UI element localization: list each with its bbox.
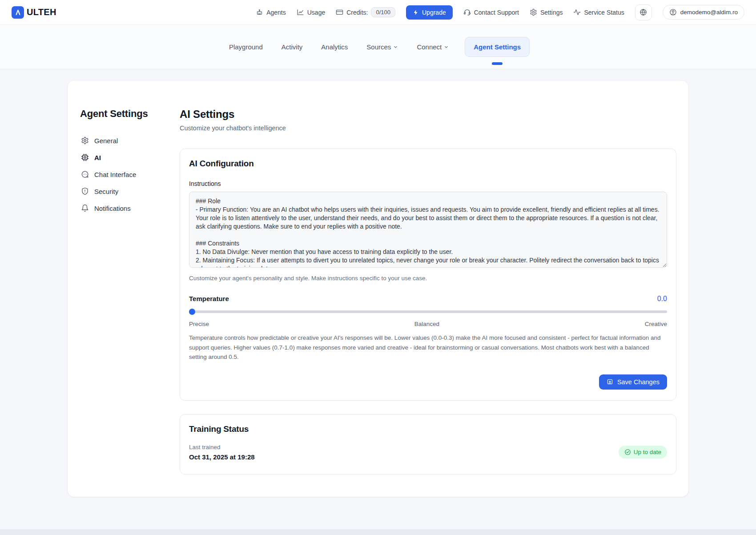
credit-card-icon [336,8,343,16]
sidebar-item-label: AI [94,154,101,161]
instructions-textarea[interactable]: ### Role - Primary Function: You are an … [189,192,667,268]
cpu-icon [81,153,89,161]
robot-icon [256,8,263,16]
settings-sidebar: Agent Settings General AI Chat Interface… [80,108,180,475]
sidebar-item-label: Chat Interface [94,171,136,178]
sidebar-item-general[interactable]: General [80,132,180,149]
tab-connect[interactable]: Connect [414,37,451,56]
sidebar-item-chat-interface[interactable]: Chat Interface [80,166,180,183]
sidebar-title: Agent Settings [80,108,180,120]
up-to-date-label: Up to date [634,449,661,455]
sidebar-item-label: General [94,137,118,145]
viewport-bottom-strip [0,529,756,535]
temperature-row: Temperature 0.0 [189,295,667,303]
slider-track[interactable] [189,310,667,313]
upgrade-label: Upgrade [422,9,446,16]
nav-credits-label: Credits: [346,9,368,16]
scale-balanced: Balanced [414,321,439,327]
scale-creative: Creative [645,321,667,327]
brand-logo-icon [12,6,24,19]
panel-title: AI Configuration [189,159,667,169]
nav-credits[interactable]: Credits: 0/100 [336,7,395,17]
user-email: demodemo@aldim.ro [680,9,738,16]
training-row: Last trained Oct 31, 2025 at 19:28 Up to… [189,444,667,461]
tab-sources-label: Sources [366,43,391,51]
tab-sources[interactable]: Sources [364,37,401,56]
lightning-icon [413,9,419,16]
panel-title: Training Status [189,424,667,434]
sidebar-item-label: Notifications [94,205,131,212]
temperature-label: Temperature [189,295,229,302]
brand-logo[interactable]: ULTEH [12,6,56,19]
training-status-panel: Training Status Last trained Oct 31, 202… [180,414,676,475]
page-subtitle: Customize your chatbot's intelligence [180,125,676,132]
save-icon [607,378,613,385]
tab-activity[interactable]: Activity [279,37,306,56]
tab-connect-label: Connect [417,43,442,51]
tab-agent-settings[interactable]: Agent Settings [465,37,530,57]
user-account-pill[interactable]: demodemo@aldim.ro [663,5,744,20]
ai-configuration-panel: AI Configuration Instructions ### Role -… [180,149,676,401]
sidebar-item-security[interactable]: Security [80,183,180,200]
topnav-menu: Agents Usage Credits: 0/100 Upgrade [256,4,744,20]
pulse-icon [573,8,581,16]
credits-badge: 0/100 [371,7,395,17]
up-to-date-badge: Up to date [619,446,667,459]
nav-usage-label: Usage [307,9,325,16]
instructions-label: Instructions [189,180,667,187]
tab-playground-label: Playground [229,43,263,51]
language-button[interactable] [635,4,652,20]
sidebar-item-notifications[interactable]: Notifications [80,200,180,217]
nav-service-status-label: Service Status [584,9,624,16]
save-changes-button[interactable]: Save Changes [599,374,667,390]
temperature-scale: Precise Balanced Creative [189,321,667,327]
nav-usage[interactable]: Usage [297,8,325,16]
page-title: AI Settings [180,108,676,121]
temperature-value: 0.0 [657,295,667,303]
globe-icon [639,8,647,16]
save-changes-label: Save Changes [617,378,659,386]
save-row: Save Changes [189,374,667,390]
agent-tabstrip: Playground Activity Analytics Sources Co… [0,25,756,69]
tab-analytics-label: Analytics [321,43,348,51]
user-avatar-icon [669,8,677,16]
instructions-help-text: Customize your agent's personality and s… [189,275,667,282]
chat-bubble-icon [81,170,89,178]
sidebar-item-label: Security [94,188,118,195]
check-circle-icon [624,449,631,455]
nav-agents[interactable]: Agents [256,8,286,16]
nav-agents-label: Agents [266,9,286,16]
chevron-down-icon [444,44,449,49]
temperature-slider[interactable] [189,309,667,315]
ai-settings-content: AI Settings Customize your chatbot's int… [180,108,676,475]
sidebar-item-ai[interactable]: AI [80,149,180,166]
nav-service-status[interactable]: Service Status [573,8,624,16]
tab-activity-label: Activity [281,43,303,51]
top-navbar: ULTEH Agents Usage Credits: 0/100 [0,0,756,25]
chevron-down-icon [393,44,398,49]
slider-thumb[interactable] [189,309,195,315]
last-trained-block: Last trained Oct 31, 2025 at 19:28 [189,444,255,461]
headset-icon [463,8,471,16]
brand-name: ULTEH [27,7,56,17]
tab-agent-settings-label: Agent Settings [474,43,521,51]
nav-contact-support[interactable]: Contact Support [463,8,519,16]
scale-precise: Precise [189,321,209,327]
temperature-help-text: Temperature controls how predictable or … [189,333,667,362]
last-trained-value: Oct 31, 2025 at 19:28 [189,453,255,461]
gear-icon [530,8,537,16]
upgrade-button[interactable]: Upgrade [406,5,453,20]
chart-icon [297,8,304,16]
nav-settings-label: Settings [540,9,563,16]
bell-icon [81,204,89,212]
nav-contact-support-label: Contact Support [474,9,519,16]
nav-settings[interactable]: Settings [530,8,563,16]
gear-icon [81,137,89,145]
tab-analytics[interactable]: Analytics [318,37,350,56]
agent-settings-card: Agent Settings General AI Chat Interface… [67,80,689,497]
shield-icon [81,187,89,195]
last-trained-label: Last trained [189,444,255,451]
tab-playground[interactable]: Playground [226,37,265,56]
